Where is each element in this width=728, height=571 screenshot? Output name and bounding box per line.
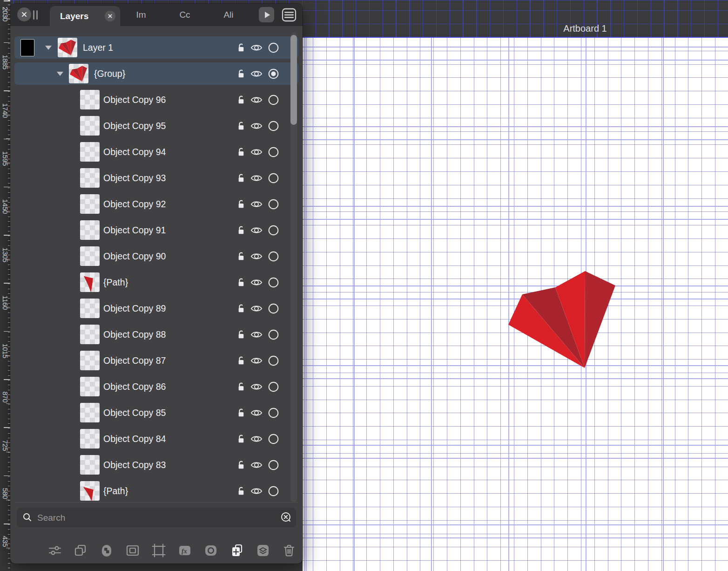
- layer-row[interactable]: Object Copy 83: [14, 454, 298, 476]
- visibility-icon[interactable]: [250, 381, 263, 392]
- edit-target-icon[interactable]: [268, 251, 279, 262]
- edit-target-icon[interactable]: [268, 381, 279, 393]
- tab-close-icon[interactable]: [105, 11, 115, 21]
- layer-row[interactable]: Object Copy 87: [14, 349, 298, 372]
- lock-icon[interactable]: [235, 355, 247, 367]
- edit-target-icon[interactable]: [268, 68, 279, 80]
- panel-close-button[interactable]: [17, 7, 31, 21]
- layer-thumbnail[interactable]: [80, 325, 100, 344]
- clear-search-icon[interactable]: [280, 511, 292, 523]
- duplicate-button[interactable]: [73, 543, 88, 558]
- visibility-icon[interactable]: [250, 42, 263, 53]
- clip-canvas-button[interactable]: [151, 543, 167, 558]
- layer-row[interactable]: Object Copy 95: [14, 115, 298, 137]
- visibility-icon[interactable]: [250, 460, 263, 470]
- layer-color-swatch[interactable]: [20, 39, 34, 56]
- lock-icon[interactable]: [235, 94, 247, 106]
- visibility-icon[interactable]: [250, 95, 263, 105]
- edit-target-icon[interactable]: [268, 433, 279, 445]
- visibility-icon[interactable]: [250, 329, 263, 340]
- visibility-icon[interactable]: [250, 173, 263, 184]
- edit-target-icon[interactable]: [268, 277, 279, 288]
- visibility-icon[interactable]: [250, 277, 263, 288]
- lock-icon[interactable]: [235, 68, 247, 80]
- visibility-icon[interactable]: [250, 486, 263, 496]
- tab-layers[interactable]: Layers: [50, 6, 120, 26]
- lock-icon[interactable]: [235, 303, 247, 314]
- add-layer-button[interactable]: [255, 543, 271, 558]
- edit-target-icon[interactable]: [268, 146, 279, 158]
- layer-thumbnail[interactable]: [80, 220, 100, 240]
- edit-target-icon[interactable]: [268, 407, 279, 419]
- visibility-icon[interactable]: [250, 434, 263, 444]
- lock-icon[interactable]: [235, 329, 247, 340]
- lock-icon[interactable]: [235, 198, 247, 210]
- edit-target-icon[interactable]: [268, 172, 279, 184]
- add-object-button[interactable]: [229, 543, 245, 558]
- chevron-down-icon[interactable]: [45, 46, 52, 50]
- edit-target-icon[interactable]: [268, 459, 279, 471]
- layer-thumbnail[interactable]: [80, 455, 100, 475]
- layer-row[interactable]: {Path}: [14, 271, 298, 293]
- visibility-icon[interactable]: [250, 199, 263, 210]
- mask-button[interactable]: [125, 543, 141, 558]
- visibility-icon[interactable]: [250, 147, 263, 157]
- layer-row[interactable]: Object Copy 92: [14, 193, 298, 215]
- edit-target-icon[interactable]: [268, 198, 279, 210]
- layer-thumbnail[interactable]: [80, 194, 100, 214]
- lock-icon[interactable]: [235, 381, 247, 393]
- visibility-icon[interactable]: [250, 355, 263, 366]
- layer-thumbnail[interactable]: [80, 142, 100, 162]
- panel-drag-handle[interactable]: [33, 10, 39, 20]
- delete-button[interactable]: [281, 543, 297, 558]
- panel-menu-button[interactable]: [282, 8, 297, 22]
- layer-row[interactable]: Object Copy 94: [14, 141, 298, 163]
- layer-thumbnail[interactable]: [69, 64, 88, 83]
- edit-target-icon[interactable]: [268, 42, 279, 54]
- lock-icon[interactable]: [235, 433, 247, 445]
- edit-target-icon[interactable]: [268, 94, 279, 106]
- layer-thumbnail[interactable]: [80, 299, 100, 318]
- layer-thumbnail[interactable]: [80, 272, 100, 292]
- visibility-icon[interactable]: [250, 225, 263, 236]
- chevron-down-icon[interactable]: [57, 72, 63, 76]
- layer-row[interactable]: {Group}: [14, 62, 298, 85]
- edit-target-icon[interactable]: [268, 485, 279, 497]
- visibility-icon[interactable]: [250, 408, 263, 418]
- edit-target-icon[interactable]: [268, 329, 279, 340]
- layer-thumbnail[interactable]: [80, 351, 100, 370]
- layer-thumbnail[interactable]: [80, 377, 100, 396]
- tab-overflow-button[interactable]: [259, 7, 274, 22]
- lock-icon[interactable]: [235, 407, 247, 419]
- search-input[interactable]: [36, 508, 280, 528]
- visibility-icon[interactable]: [250, 303, 263, 314]
- layer-row[interactable]: Object Copy 84: [14, 428, 298, 450]
- lock-icon[interactable]: [235, 485, 247, 497]
- layer-row[interactable]: {Path}: [14, 480, 298, 502]
- lock-icon[interactable]: [235, 146, 247, 158]
- layer-row[interactable]: Object Copy 90: [14, 245, 298, 267]
- layer-thumbnail[interactable]: [80, 429, 100, 449]
- lock-icon[interactable]: [235, 42, 247, 54]
- tab-image[interactable]: Im: [127, 4, 155, 26]
- lock-icon[interactable]: [235, 172, 247, 184]
- edit-target-icon[interactable]: [268, 303, 279, 314]
- layer-thumbnail[interactable]: [80, 116, 100, 136]
- scrollbar-track[interactable]: [290, 33, 297, 502]
- layer-row[interactable]: Layer 1: [14, 36, 298, 59]
- lock-icon[interactable]: [235, 277, 247, 288]
- visibility-icon[interactable]: [250, 251, 263, 262]
- red-gem-shape[interactable]: [508, 271, 615, 368]
- layer-row[interactable]: Object Copy 91: [14, 219, 298, 241]
- adjustments-button[interactable]: [47, 543, 63, 558]
- layer-row[interactable]: Object Copy 96: [14, 88, 298, 111]
- artboard-title[interactable]: Artboard 1: [548, 23, 622, 34]
- layer-row[interactable]: Object Copy 89: [14, 297, 298, 319]
- layer-thumbnail[interactable]: [80, 168, 100, 188]
- tab-align[interactable]: Ali: [215, 4, 243, 26]
- layer-row[interactable]: Object Copy 88: [14, 323, 298, 346]
- layer-thumbnail[interactable]: [80, 246, 100, 266]
- lens-button[interactable]: [203, 543, 219, 558]
- facet-right[interactable]: [585, 271, 615, 368]
- lock-icon[interactable]: [235, 459, 247, 471]
